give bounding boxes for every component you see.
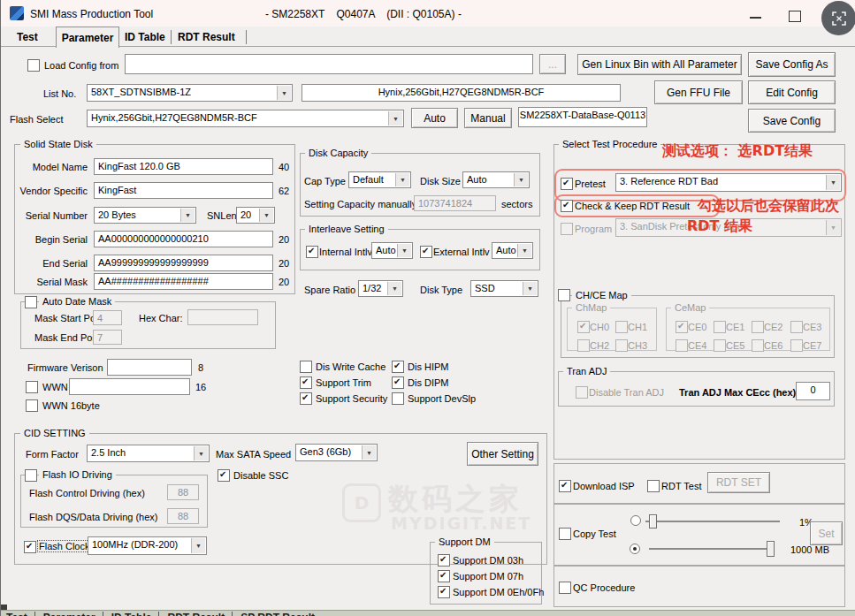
chevron-down-icon[interactable]: ▼ bbox=[397, 244, 411, 257]
gen-linux-bin-button[interactable]: Gen Linux Bin with All Parameter bbox=[577, 54, 742, 75]
chevron-down-icon[interactable]: ▼ bbox=[180, 209, 195, 222]
form-factor-combo[interactable]: 2.5 Inch ▼ bbox=[87, 445, 210, 462]
copy-size-radio[interactable] bbox=[630, 544, 640, 554]
copy-size-slider-thumb[interactable] bbox=[767, 541, 775, 557]
tab-id-table[interactable]: ID Table bbox=[125, 31, 165, 43]
dis-dipm-checkbox[interactable] bbox=[392, 376, 404, 389]
program-mode-checkbox[interactable] bbox=[561, 223, 573, 235]
cap-type-combo[interactable]: Default ▼ bbox=[348, 171, 411, 188]
mask-start-pos-field[interactable]: 4 bbox=[93, 310, 122, 325]
dis-hipm-checkbox[interactable] bbox=[392, 361, 404, 373]
tab-parameter[interactable]: Parameter bbox=[56, 27, 119, 48]
support-dm-03h-checkbox[interactable] bbox=[438, 554, 450, 567]
bg-tab-test[interactable]: Test bbox=[6, 612, 35, 616]
tran-adj-max-cecc-field[interactable]: 0 bbox=[796, 382, 830, 400]
ce1-checkbox[interactable] bbox=[714, 321, 726, 333]
ch0-checkbox[interactable] bbox=[577, 321, 590, 333]
chevron-down-icon[interactable]: ▼ bbox=[277, 86, 291, 100]
disable-ssc-checkbox[interactable] bbox=[218, 469, 230, 482]
rdt-test-checkbox[interactable] bbox=[647, 480, 660, 492]
tab-rdt-result[interactable]: RDT Result bbox=[178, 31, 235, 43]
serial-number-combo[interactable]: 20 Bytes ▼ bbox=[94, 207, 196, 224]
copy-percent-slider-thumb[interactable] bbox=[649, 514, 657, 529]
ce5-checkbox[interactable] bbox=[714, 339, 726, 352]
wwn-input[interactable] bbox=[69, 378, 190, 395]
browse-button[interactable]: ... bbox=[539, 54, 566, 74]
download-isp-checkbox[interactable] bbox=[559, 480, 571, 492]
chevron-down-icon[interactable]: ▼ bbox=[826, 175, 840, 190]
chevron-down-icon[interactable]: ▼ bbox=[194, 446, 208, 460]
copy-size-slider-track[interactable] bbox=[649, 548, 773, 550]
gen-ffu-button[interactable]: Gen FFU File bbox=[654, 80, 743, 104]
flash-clock-checkbox[interactable] bbox=[24, 541, 36, 553]
disable-tran-adj-checkbox[interactable] bbox=[576, 386, 588, 399]
pretest-checkbox[interactable] bbox=[561, 178, 573, 190]
minimize-button[interactable] bbox=[750, 17, 761, 19]
ce6-checkbox[interactable] bbox=[752, 339, 764, 352]
chevron-down-icon[interactable]: ▼ bbox=[362, 445, 376, 460]
support-security-checkbox[interactable] bbox=[300, 392, 312, 405]
spare-ratio-combo[interactable]: 1/32 ▼ bbox=[358, 280, 403, 297]
support-dm-0eh-checkbox[interactable] bbox=[438, 586, 450, 598]
support-dm-07h-checkbox[interactable] bbox=[438, 570, 450, 582]
check-keep-rdt-checkbox[interactable] bbox=[561, 200, 573, 212]
other-setting-button[interactable]: Other Setting bbox=[467, 442, 538, 466]
disk-type-combo[interactable]: SSD ▼ bbox=[470, 280, 538, 297]
disk-size-combo[interactable]: Auto ▼ bbox=[462, 171, 530, 188]
bg-tab-sp-rdt-result[interactable]: SP RDT Result bbox=[240, 612, 322, 616]
chce-map-checkbox[interactable] bbox=[558, 289, 570, 301]
dis-write-cache-checkbox[interactable] bbox=[300, 361, 312, 373]
manual-button[interactable]: Manual bbox=[464, 108, 512, 128]
setting-capacity-field[interactable]: 1073741824 bbox=[414, 195, 496, 211]
tab-test[interactable]: Test bbox=[17, 31, 38, 43]
chevron-down-icon[interactable]: ▼ bbox=[387, 282, 401, 295]
external-intlv-combo[interactable]: Auto ▼ bbox=[492, 242, 533, 259]
flash-select-combo[interactable]: Hynix,256Gbit,H27QEG8NDM5R-BCF ▼ bbox=[87, 110, 404, 127]
save-config-as-button[interactable]: Save Config As bbox=[748, 52, 836, 77]
bg-tab-parameter[interactable]: Parameter bbox=[43, 612, 103, 616]
support-devslp-checkbox[interactable] bbox=[392, 392, 404, 405]
copy-percent-radio[interactable] bbox=[630, 515, 641, 526]
copy-percent-slider-track[interactable] bbox=[645, 521, 780, 522]
flash-control-driving-field[interactable]: 88 bbox=[167, 484, 199, 500]
mask-end-pos-field[interactable]: 7 bbox=[93, 330, 122, 345]
chevron-down-icon[interactable]: ▼ bbox=[826, 220, 840, 235]
flash-clock-combo[interactable]: 100MHz (DDR-200) ▼ bbox=[88, 536, 207, 555]
ce2-checkbox[interactable] bbox=[752, 321, 764, 333]
flash-dqs-driving-field[interactable]: 88 bbox=[167, 508, 199, 524]
ch2-checkbox[interactable] bbox=[577, 339, 590, 352]
chevron-down-icon[interactable]: ▼ bbox=[514, 173, 528, 186]
vendor-specific-input[interactable]: KingFast bbox=[94, 182, 273, 199]
internal-intlv-combo[interactable]: Auto ▼ bbox=[371, 242, 413, 259]
firmware-version-input[interactable] bbox=[107, 359, 192, 376]
begin-serial-input[interactable]: AA000000000000000210 bbox=[94, 231, 273, 247]
bg-tab-id-table[interactable]: ID Table bbox=[111, 612, 160, 616]
copy-test-checkbox[interactable] bbox=[559, 528, 571, 540]
list-no-select[interactable]: 58XT_SDTNSIBMB-1Z ▼ bbox=[87, 84, 293, 102]
load-config-path-input[interactable] bbox=[125, 54, 533, 74]
maximize-button[interactable] bbox=[789, 11, 801, 22]
ch1-checkbox[interactable] bbox=[615, 321, 628, 333]
internal-intlv-checkbox[interactable] bbox=[306, 246, 318, 258]
serial-mask-input[interactable]: AA################## bbox=[94, 273, 273, 290]
external-intlv-checkbox[interactable] bbox=[420, 246, 432, 258]
support-trim-checkbox[interactable] bbox=[300, 376, 312, 389]
wwn-16byte-checkbox[interactable] bbox=[26, 399, 38, 412]
hex-char-field[interactable] bbox=[187, 309, 258, 325]
ce0-checkbox[interactable] bbox=[676, 321, 688, 333]
screenshot-overlay-icon[interactable] bbox=[821, 1, 855, 35]
chevron-down-icon[interactable]: ▼ bbox=[395, 173, 409, 186]
ce4-checkbox[interactable] bbox=[676, 339, 688, 352]
bg-tab-rdt-result[interactable]: RDT Result bbox=[168, 612, 233, 616]
auto-date-mask-checkbox[interactable] bbox=[25, 296, 37, 308]
model-name-input[interactable]: KingFast 120.0 GB bbox=[94, 158, 273, 175]
chevron-down-icon[interactable]: ▼ bbox=[259, 209, 273, 222]
edit-config-button[interactable]: Edit Config bbox=[748, 80, 836, 104]
save-config-button[interactable]: Save Config bbox=[748, 109, 836, 133]
end-serial-input[interactable]: AA999999999999999999 bbox=[94, 255, 273, 271]
chevron-down-icon[interactable]: ▼ bbox=[517, 244, 531, 257]
set-button[interactable]: Set bbox=[810, 521, 843, 545]
max-sata-speed-combo[interactable]: Gen3 (6Gb) ▼ bbox=[295, 444, 378, 461]
chevron-down-icon[interactable]: ▼ bbox=[191, 538, 205, 553]
ce3-checkbox[interactable] bbox=[790, 321, 803, 333]
